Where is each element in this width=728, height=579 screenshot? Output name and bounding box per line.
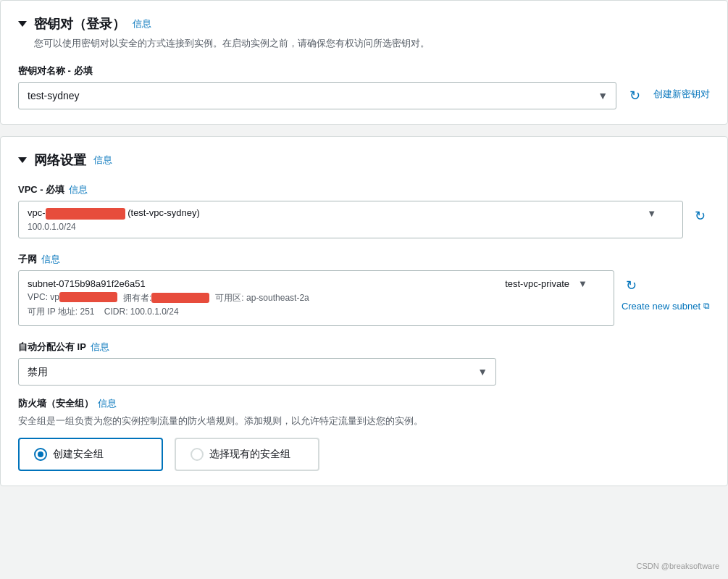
external-link-icon: ⧉ xyxy=(703,301,710,311)
select-sg-option[interactable]: 选择现有的安全组 xyxy=(175,438,319,471)
subnet-cidr: CIDR: 100.0.1.0/24 xyxy=(104,307,179,317)
vpc-info-link[interactable]: 信息 xyxy=(69,183,88,196)
create-sg-radio xyxy=(34,448,47,461)
firewall-label-text: 防火墙（安全组） xyxy=(18,397,93,410)
vpc-dropdown-icon: ▼ xyxy=(647,208,656,219)
create-sg-option[interactable]: 创建安全组 xyxy=(18,438,163,471)
vpc-select-content: vpc- (test-vpc-sydney) ▼ 100.0.1.0/24 xyxy=(28,207,656,232)
auto-ip-info-link[interactable]: 信息 xyxy=(91,341,109,354)
create-keypair-label: 创建新密钥对 xyxy=(653,88,710,101)
subnet-label-text: 子网 xyxy=(18,253,37,266)
vpc-select-box[interactable]: vpc- (test-vpc-sydney) ▼ 100.0.1.0/24 xyxy=(18,201,683,238)
subnet-az: 可用区: ap-southeast-2a xyxy=(215,292,309,304)
vpc-label-text: VPC - 必填 xyxy=(18,183,64,196)
auto-ip-select[interactable]: 禁用 xyxy=(18,358,496,386)
security-group-radio-group: 创建安全组 选择现有的安全组 xyxy=(18,438,710,471)
subnet-ip-info: 可用 IP 地址: 251 CIDR: 100.0.1.0/24 xyxy=(28,306,587,318)
select-sg-radio xyxy=(191,448,204,461)
keypair-collapse-icon[interactable] xyxy=(18,21,27,27)
subnet-id: subnet-0715b98a91f2e6a51 xyxy=(28,278,146,289)
subnet-refresh-button[interactable]: ↻ xyxy=(622,273,641,298)
subnet-row1: subnet-0715b98a91f2e6a51 test-vpc-privat… xyxy=(28,278,587,289)
network-collapse-icon[interactable] xyxy=(18,157,27,163)
keypair-info-link[interactable]: 信息 xyxy=(133,17,151,30)
subnet-vpc-info: VPC: vp xyxy=(28,292,117,304)
keypair-refresh-button[interactable]: ↻ xyxy=(625,83,645,108)
create-keypair-link[interactable]: 创建新密钥对 xyxy=(653,88,710,101)
vpc-value: vpc- (test-vpc-sydney) xyxy=(28,207,200,220)
vpc-cidr: 100.0.1.0/24 xyxy=(28,222,656,232)
network-info-link[interactable]: 信息 xyxy=(93,154,112,167)
firewall-info-link[interactable]: 信息 xyxy=(98,397,117,410)
keypair-select-wrapper: test-sydney ▼ xyxy=(18,82,616,109)
subnet-owner-info: 拥有者: xyxy=(123,292,209,304)
keypair-description: 您可以使用密钥对以安全的方式连接到实例。在启动实例之前，请确保您有权访问所选密钥… xyxy=(34,37,710,50)
select-sg-label: 选择现有的安全组 xyxy=(209,448,290,461)
create-subnet-link[interactable]: Create new subnet ⧉ xyxy=(622,301,710,312)
subnet-dropdown-icon: ▼ xyxy=(578,278,587,289)
subnet-row2: VPC: vp 拥有者: 可用区: ap-southeast-2a xyxy=(28,292,587,304)
auto-ip-label-text: 自动分配公有 IP xyxy=(18,341,86,354)
vpc-field-label: VPC - 必填 信息 xyxy=(18,183,710,196)
firewall-section: 防火墙（安全组） 信息 安全组是一组负责为您的实例控制流量的防火墙规则。添加规则… xyxy=(18,397,710,471)
subnet-tag: test-vpc-private xyxy=(505,278,569,289)
keypair-select[interactable]: test-sydney xyxy=(18,82,616,109)
create-sg-radio-dot xyxy=(38,451,43,457)
network-section-title: 网络设置 xyxy=(34,151,86,169)
subnet-available-ip: 可用 IP 地址: 251 xyxy=(28,307,94,317)
auto-ip-label: 自动分配公有 IP 信息 xyxy=(18,341,710,354)
create-subnet-label: Create new subnet xyxy=(622,301,700,312)
vpc-refresh-button[interactable]: ↻ xyxy=(690,204,710,228)
subnet-field-label: 子网 信息 xyxy=(18,253,710,266)
firewall-description: 安全组是一组负责为您的实例控制流量的防火墙规则。添加规则，以允许特定流量到达您的… xyxy=(18,415,710,428)
firewall-label: 防火墙（安全组） 信息 xyxy=(18,397,710,410)
subnet-info-link[interactable]: 信息 xyxy=(41,253,60,266)
auto-ip-select-wrapper: 禁用 ▼ xyxy=(18,358,496,386)
keypair-field-label: 密钥对名称 - 必填 xyxy=(18,64,710,78)
create-sg-label: 创建安全组 xyxy=(53,448,104,461)
subnet-select-box[interactable]: subnet-0715b98a91f2e6a51 test-vpc-privat… xyxy=(18,270,614,326)
keypair-section-title: 密钥对（登录） xyxy=(34,15,125,33)
